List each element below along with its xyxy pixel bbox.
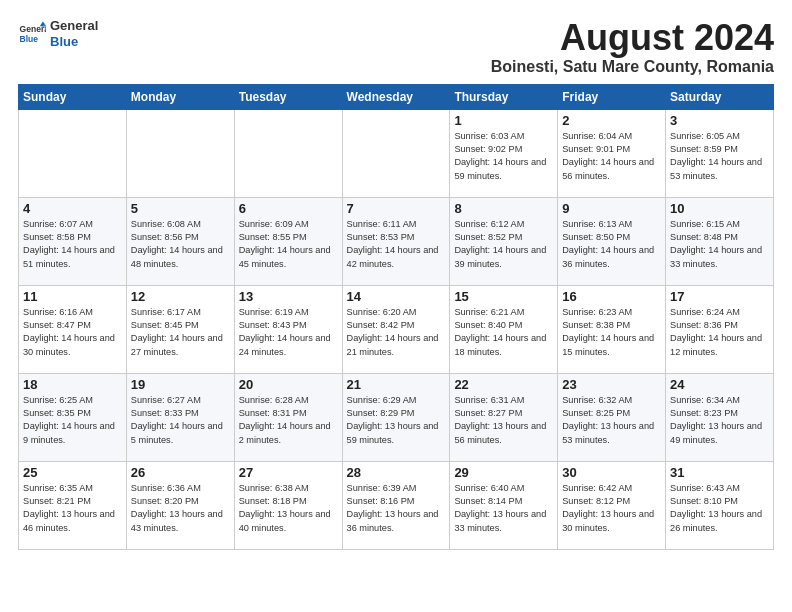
day-info-25: Sunrise: 6:35 AM Sunset: 8:21 PM Dayligh… bbox=[23, 482, 122, 535]
day-cell-2-0: 11Sunrise: 6:16 AM Sunset: 8:47 PM Dayli… bbox=[19, 285, 127, 373]
day-cell-4-6: 31Sunrise: 6:43 AM Sunset: 8:10 PM Dayli… bbox=[666, 461, 774, 549]
week-row-1: 1Sunrise: 6:03 AM Sunset: 9:02 PM Daylig… bbox=[19, 109, 774, 197]
day-number-8: 8 bbox=[454, 201, 553, 216]
day-info-27: Sunrise: 6:38 AM Sunset: 8:18 PM Dayligh… bbox=[239, 482, 338, 535]
day-info-5: Sunrise: 6:08 AM Sunset: 8:56 PM Dayligh… bbox=[131, 218, 230, 271]
day-cell-4-3: 28Sunrise: 6:39 AM Sunset: 8:16 PM Dayli… bbox=[342, 461, 450, 549]
day-cell-1-5: 9Sunrise: 6:13 AM Sunset: 8:50 PM Daylig… bbox=[558, 197, 666, 285]
day-number-26: 26 bbox=[131, 465, 230, 480]
day-cell-2-4: 15Sunrise: 6:21 AM Sunset: 8:40 PM Dayli… bbox=[450, 285, 558, 373]
weekday-header-row: Sunday Monday Tuesday Wednesday Thursday… bbox=[19, 84, 774, 109]
day-info-20: Sunrise: 6:28 AM Sunset: 8:31 PM Dayligh… bbox=[239, 394, 338, 447]
header-friday: Friday bbox=[558, 84, 666, 109]
day-cell-0-5: 2Sunrise: 6:04 AM Sunset: 9:01 PM Daylig… bbox=[558, 109, 666, 197]
day-cell-3-2: 20Sunrise: 6:28 AM Sunset: 8:31 PM Dayli… bbox=[234, 373, 342, 461]
day-cell-4-0: 25Sunrise: 6:35 AM Sunset: 8:21 PM Dayli… bbox=[19, 461, 127, 549]
day-cell-3-5: 23Sunrise: 6:32 AM Sunset: 8:25 PM Dayli… bbox=[558, 373, 666, 461]
title-area: August 2024 Boinesti, Satu Mare County, … bbox=[491, 18, 774, 76]
day-number-14: 14 bbox=[347, 289, 446, 304]
week-row-5: 25Sunrise: 6:35 AM Sunset: 8:21 PM Dayli… bbox=[19, 461, 774, 549]
logo-icon: General Blue bbox=[18, 20, 46, 48]
day-info-7: Sunrise: 6:11 AM Sunset: 8:53 PM Dayligh… bbox=[347, 218, 446, 271]
day-cell-2-1: 12Sunrise: 6:17 AM Sunset: 8:45 PM Dayli… bbox=[126, 285, 234, 373]
day-info-18: Sunrise: 6:25 AM Sunset: 8:35 PM Dayligh… bbox=[23, 394, 122, 447]
calendar-table: Sunday Monday Tuesday Wednesday Thursday… bbox=[18, 84, 774, 550]
day-number-25: 25 bbox=[23, 465, 122, 480]
day-info-4: Sunrise: 6:07 AM Sunset: 8:58 PM Dayligh… bbox=[23, 218, 122, 271]
day-number-5: 5 bbox=[131, 201, 230, 216]
day-number-18: 18 bbox=[23, 377, 122, 392]
calendar-page: General Blue General Blue August 2024 Bo… bbox=[0, 0, 792, 560]
logo-blue: Blue bbox=[50, 34, 98, 50]
day-info-29: Sunrise: 6:40 AM Sunset: 8:14 PM Dayligh… bbox=[454, 482, 553, 535]
day-info-31: Sunrise: 6:43 AM Sunset: 8:10 PM Dayligh… bbox=[670, 482, 769, 535]
day-cell-2-2: 13Sunrise: 6:19 AM Sunset: 8:43 PM Dayli… bbox=[234, 285, 342, 373]
day-info-24: Sunrise: 6:34 AM Sunset: 8:23 PM Dayligh… bbox=[670, 394, 769, 447]
day-info-30: Sunrise: 6:42 AM Sunset: 8:12 PM Dayligh… bbox=[562, 482, 661, 535]
day-info-3: Sunrise: 6:05 AM Sunset: 8:59 PM Dayligh… bbox=[670, 130, 769, 183]
day-cell-0-4: 1Sunrise: 6:03 AM Sunset: 9:02 PM Daylig… bbox=[450, 109, 558, 197]
day-cell-1-4: 8Sunrise: 6:12 AM Sunset: 8:52 PM Daylig… bbox=[450, 197, 558, 285]
header-saturday: Saturday bbox=[666, 84, 774, 109]
week-row-3: 11Sunrise: 6:16 AM Sunset: 8:47 PM Dayli… bbox=[19, 285, 774, 373]
day-info-10: Sunrise: 6:15 AM Sunset: 8:48 PM Dayligh… bbox=[670, 218, 769, 271]
day-number-1: 1 bbox=[454, 113, 553, 128]
day-number-16: 16 bbox=[562, 289, 661, 304]
day-number-15: 15 bbox=[454, 289, 553, 304]
subtitle: Boinesti, Satu Mare County, Romania bbox=[491, 58, 774, 76]
day-info-21: Sunrise: 6:29 AM Sunset: 8:29 PM Dayligh… bbox=[347, 394, 446, 447]
day-cell-3-3: 21Sunrise: 6:29 AM Sunset: 8:29 PM Dayli… bbox=[342, 373, 450, 461]
day-cell-3-1: 19Sunrise: 6:27 AM Sunset: 8:33 PM Dayli… bbox=[126, 373, 234, 461]
day-cell-4-1: 26Sunrise: 6:36 AM Sunset: 8:20 PM Dayli… bbox=[126, 461, 234, 549]
day-info-1: Sunrise: 6:03 AM Sunset: 9:02 PM Dayligh… bbox=[454, 130, 553, 183]
day-info-26: Sunrise: 6:36 AM Sunset: 8:20 PM Dayligh… bbox=[131, 482, 230, 535]
day-cell-1-1: 5Sunrise: 6:08 AM Sunset: 8:56 PM Daylig… bbox=[126, 197, 234, 285]
day-cell-1-2: 6Sunrise: 6:09 AM Sunset: 8:55 PM Daylig… bbox=[234, 197, 342, 285]
day-info-17: Sunrise: 6:24 AM Sunset: 8:36 PM Dayligh… bbox=[670, 306, 769, 359]
day-cell-1-0: 4Sunrise: 6:07 AM Sunset: 8:58 PM Daylig… bbox=[19, 197, 127, 285]
day-cell-4-5: 30Sunrise: 6:42 AM Sunset: 8:12 PM Dayli… bbox=[558, 461, 666, 549]
day-info-2: Sunrise: 6:04 AM Sunset: 9:01 PM Dayligh… bbox=[562, 130, 661, 183]
header-sunday: Sunday bbox=[19, 84, 127, 109]
week-row-4: 18Sunrise: 6:25 AM Sunset: 8:35 PM Dayli… bbox=[19, 373, 774, 461]
day-cell-0-0 bbox=[19, 109, 127, 197]
day-number-31: 31 bbox=[670, 465, 769, 480]
day-number-20: 20 bbox=[239, 377, 338, 392]
day-cell-2-6: 17Sunrise: 6:24 AM Sunset: 8:36 PM Dayli… bbox=[666, 285, 774, 373]
day-cell-0-2 bbox=[234, 109, 342, 197]
day-info-9: Sunrise: 6:13 AM Sunset: 8:50 PM Dayligh… bbox=[562, 218, 661, 271]
header-thursday: Thursday bbox=[450, 84, 558, 109]
day-cell-3-6: 24Sunrise: 6:34 AM Sunset: 8:23 PM Dayli… bbox=[666, 373, 774, 461]
day-number-9: 9 bbox=[562, 201, 661, 216]
day-cell-4-2: 27Sunrise: 6:38 AM Sunset: 8:18 PM Dayli… bbox=[234, 461, 342, 549]
day-number-2: 2 bbox=[562, 113, 661, 128]
day-number-4: 4 bbox=[23, 201, 122, 216]
logo-area: General Blue General Blue bbox=[18, 18, 98, 49]
day-number-29: 29 bbox=[454, 465, 553, 480]
day-number-19: 19 bbox=[131, 377, 230, 392]
day-number-28: 28 bbox=[347, 465, 446, 480]
day-number-3: 3 bbox=[670, 113, 769, 128]
header-tuesday: Tuesday bbox=[234, 84, 342, 109]
day-cell-4-4: 29Sunrise: 6:40 AM Sunset: 8:14 PM Dayli… bbox=[450, 461, 558, 549]
day-number-30: 30 bbox=[562, 465, 661, 480]
day-number-23: 23 bbox=[562, 377, 661, 392]
svg-text:Blue: Blue bbox=[20, 33, 39, 43]
day-cell-0-1 bbox=[126, 109, 234, 197]
day-cell-2-3: 14Sunrise: 6:20 AM Sunset: 8:42 PM Dayli… bbox=[342, 285, 450, 373]
week-row-2: 4Sunrise: 6:07 AM Sunset: 8:58 PM Daylig… bbox=[19, 197, 774, 285]
day-info-6: Sunrise: 6:09 AM Sunset: 8:55 PM Dayligh… bbox=[239, 218, 338, 271]
day-number-6: 6 bbox=[239, 201, 338, 216]
day-number-22: 22 bbox=[454, 377, 553, 392]
day-info-23: Sunrise: 6:32 AM Sunset: 8:25 PM Dayligh… bbox=[562, 394, 661, 447]
day-info-19: Sunrise: 6:27 AM Sunset: 8:33 PM Dayligh… bbox=[131, 394, 230, 447]
day-info-13: Sunrise: 6:19 AM Sunset: 8:43 PM Dayligh… bbox=[239, 306, 338, 359]
day-cell-0-6: 3Sunrise: 6:05 AM Sunset: 8:59 PM Daylig… bbox=[666, 109, 774, 197]
logo-general: General bbox=[50, 18, 98, 34]
day-number-11: 11 bbox=[23, 289, 122, 304]
header: General Blue General Blue August 2024 Bo… bbox=[18, 18, 774, 76]
day-number-10: 10 bbox=[670, 201, 769, 216]
day-info-15: Sunrise: 6:21 AM Sunset: 8:40 PM Dayligh… bbox=[454, 306, 553, 359]
day-info-12: Sunrise: 6:17 AM Sunset: 8:45 PM Dayligh… bbox=[131, 306, 230, 359]
day-cell-1-3: 7Sunrise: 6:11 AM Sunset: 8:53 PM Daylig… bbox=[342, 197, 450, 285]
